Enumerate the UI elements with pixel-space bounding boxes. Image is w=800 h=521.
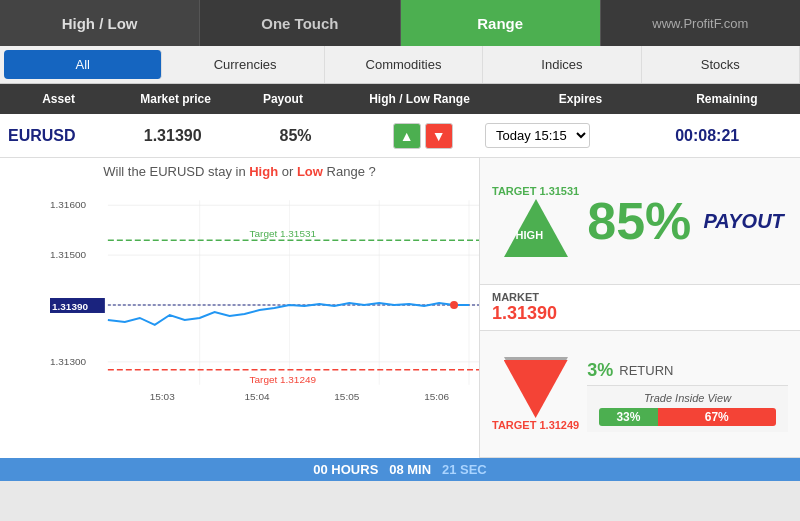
low-triangle[interactable]: LOW xyxy=(504,357,568,415)
col-remaining: Remaining xyxy=(654,84,800,114)
subnav-all[interactable]: All xyxy=(4,50,162,79)
chart-title: Will the EURUSD stay in High or Low Rang… xyxy=(0,158,479,185)
timer-mins: 08 MIN xyxy=(389,462,431,477)
payout-label: PAYOUT xyxy=(703,210,783,233)
subnav-currencies[interactable]: Currencies xyxy=(166,46,324,83)
svg-text:15:03: 15:03 xyxy=(150,391,175,402)
payout-pct: 85% xyxy=(587,195,691,247)
asset-expires[interactable]: Today 15:15 xyxy=(453,123,623,148)
return-pct: 3% xyxy=(587,360,613,381)
tab-high-low[interactable]: High / Low xyxy=(0,0,200,46)
subnav-indices[interactable]: Indices xyxy=(483,46,641,83)
asset-payout: 85% xyxy=(280,127,393,145)
chart-area: Will the EURUSD stay in High or Low Rang… xyxy=(0,158,480,458)
asset-remaining: 00:08:21 xyxy=(622,127,792,145)
tab-range-label: Range xyxy=(477,15,523,32)
svg-text:15:05: 15:05 xyxy=(334,391,359,402)
svg-text:Target 1.31531: Target 1.31531 xyxy=(250,228,317,239)
trade-inside-container: Trade Inside View 33% 67% xyxy=(587,385,788,432)
up-arrow-button[interactable]: ▲ xyxy=(393,123,421,149)
market-label: MARKET xyxy=(492,291,557,303)
timer-bar: 00 HOURS 08 MIN 21 SEC xyxy=(0,458,800,481)
main-content: Will the EURUSD stay in High or Low Rang… xyxy=(0,158,800,458)
tab-range[interactable]: Range xyxy=(401,0,601,46)
return-row: 3% RETURN xyxy=(587,356,788,385)
subnav-stocks[interactable]: Stocks xyxy=(642,46,800,83)
market-label-container: MARKET 1.31390 xyxy=(492,291,557,324)
asset-name: EURUSD xyxy=(8,127,144,145)
tab-one-touch-label: One Touch xyxy=(261,15,338,32)
site-logo: www.ProfitF.com xyxy=(601,0,800,46)
asset-price: 1.31390 xyxy=(144,127,280,145)
col-range: High / Low Range xyxy=(332,84,508,114)
tab-high-low-label: High / Low xyxy=(62,15,138,32)
right-panel: TARGET 1.31531 HIGH 85% PAYOUT MARKET 1.… xyxy=(480,158,800,458)
timer-hours: 00 HOURS xyxy=(313,462,378,477)
svg-text:Target 1.31249: Target 1.31249 xyxy=(250,374,317,385)
svg-text:1.31390: 1.31390 xyxy=(52,301,88,312)
col-payout: Payout xyxy=(234,84,332,114)
tab-one-touch[interactable]: One Touch xyxy=(200,0,400,46)
svg-text:1.31500: 1.31500 xyxy=(50,249,86,260)
svg-text:1.31600: 1.31600 xyxy=(50,199,86,210)
svg-text:1.31300: 1.31300 xyxy=(50,356,86,367)
trade-bar-green: 33% xyxy=(599,408,657,426)
col-market: Market price xyxy=(117,84,234,114)
expires-select[interactable]: Today 15:15 xyxy=(485,123,590,148)
low-arrow-container: LOW TARGET 1.31249 xyxy=(492,357,579,431)
timer-sec: 21 SEC xyxy=(442,462,487,477)
target-low-label: TARGET 1.31249 xyxy=(492,419,579,431)
return-label: RETURN xyxy=(619,363,673,378)
high-triangle[interactable]: HIGH xyxy=(504,199,568,257)
trade-bar: 33% 67% xyxy=(599,408,776,426)
trade-inside-title: Trade Inside View xyxy=(599,392,776,404)
low-section-right: 3% RETURN Trade Inside View 33% 67% xyxy=(587,356,788,432)
chart-svg: 1.31600 1.31500 1.31390 1.31300 xyxy=(50,185,479,425)
asset-row: EURUSD 1.31390 85% ▲ ▼ Today 15:15 00:08… xyxy=(0,114,800,158)
high-section-right: 85% xyxy=(587,195,691,247)
svg-text:15:04: 15:04 xyxy=(245,391,270,402)
market-price: 1.31390 xyxy=(492,303,557,324)
col-asset: Asset xyxy=(0,84,117,114)
target-high-label: TARGET 1.31531 xyxy=(492,185,579,197)
payout-label-container: PAYOUT xyxy=(699,210,788,233)
high-text: HIGH xyxy=(516,229,544,241)
high-section: TARGET 1.31531 HIGH 85% PAYOUT xyxy=(480,158,800,285)
svg-text:15:06: 15:06 xyxy=(424,391,449,402)
chart-wrap: 1.31600 1.31500 1.31390 1.31300 xyxy=(0,185,479,425)
market-section: MARKET 1.31390 xyxy=(480,285,800,331)
low-section: LOW TARGET 1.31249 3% RETURN Trade Insid… xyxy=(480,331,800,458)
trade-bar-red: 67% xyxy=(658,408,776,426)
subnav-commodities[interactable]: Commodities xyxy=(325,46,483,83)
col-expires: Expires xyxy=(507,84,653,114)
svg-point-19 xyxy=(450,301,458,309)
down-arrow-button[interactable]: ▼ xyxy=(425,123,453,149)
high-arrow-container: TARGET 1.31531 HIGH xyxy=(492,185,579,257)
asset-arrows: ▲ ▼ xyxy=(393,123,453,149)
